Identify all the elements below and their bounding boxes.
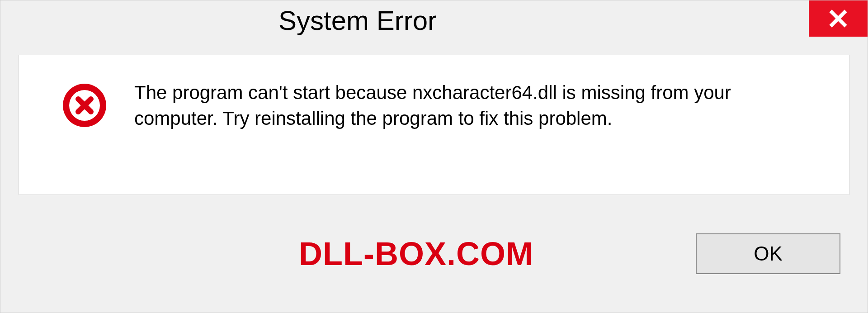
close-icon bbox=[827, 8, 849, 29]
ok-button[interactable]: OK bbox=[696, 233, 840, 274]
error-dialog: System Error The program can't start bec… bbox=[0, 0, 868, 313]
dialog-title: System Error bbox=[0, 0, 437, 36]
content-box: The program can't start because nxcharac… bbox=[19, 55, 849, 195]
close-button[interactable] bbox=[809, 0, 868, 37]
error-icon bbox=[62, 83, 107, 128]
footer: DLL-BOX.COM OK bbox=[0, 213, 868, 313]
watermark-text: DLL-BOX.COM bbox=[299, 235, 533, 272]
error-message: The program can't start because nxcharac… bbox=[134, 80, 817, 131]
titlebar: System Error bbox=[0, 0, 868, 46]
